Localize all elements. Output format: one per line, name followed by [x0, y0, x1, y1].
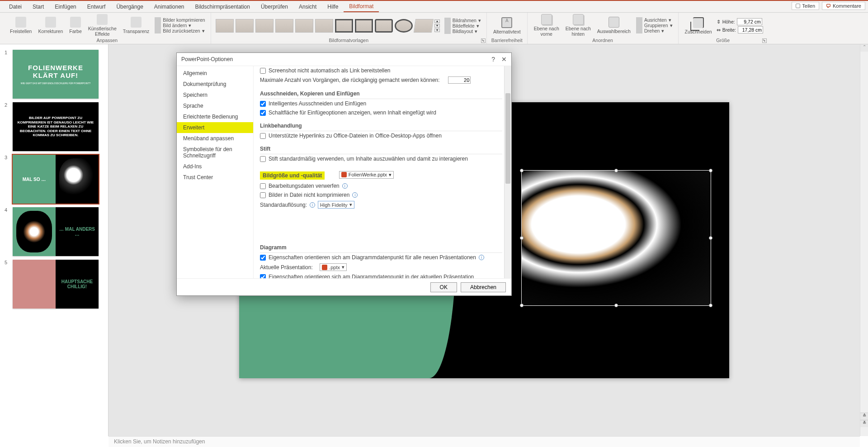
tab-bildschirm[interactable]: Bildschirmpräsentation [190, 2, 255, 12]
slide-thumb-1[interactable]: FOLIENWERKE KLÄRT AUF! WIE GEHT DAS MIT … [13, 50, 99, 99]
picture-effects-button[interactable]: Bildeffekte ▾ [443, 23, 482, 29]
style-thumb[interactable] [315, 19, 333, 33]
selection-pane-button[interactable]: Auswahlbereich [595, 16, 632, 35]
notes-pane[interactable]: Klicken Sie, um Notizen hinzuzufügen [108, 436, 860, 447]
no-compress-checkbox[interactable] [260, 192, 266, 198]
discard-edit-checkbox[interactable] [260, 183, 266, 189]
nav-trustcenter[interactable]: Trust Center [177, 172, 253, 183]
corrections-button[interactable]: Korrekturen [36, 16, 65, 35]
info-icon[interactable]: i [342, 183, 348, 189]
tab-uebergaenge[interactable]: Übergänge [111, 2, 148, 12]
info-icon[interactable]: i [479, 255, 484, 260]
resize-handle[interactable] [709, 236, 712, 240]
pen-checkbox[interactable] [260, 156, 266, 162]
slide-thumb-5[interactable]: HAUPTSACHE CHILLIG! [13, 260, 99, 309]
info-icon[interactable]: i [352, 192, 358, 198]
ok-button[interactable]: OK [430, 282, 457, 292]
style-thumb[interactable] [395, 19, 413, 33]
height-input[interactable] [737, 18, 762, 25]
align-button[interactable]: Ausrichten ▾ [635, 17, 674, 23]
slide-thumb-4[interactable]: … MAL ANDERS … [13, 207, 99, 256]
color-button[interactable]: Farbe [67, 16, 83, 35]
nav-sprache[interactable]: Sprache [177, 100, 253, 111]
slide-thumb-3[interactable]: MAL SO … [13, 155, 99, 204]
style-thumb[interactable] [255, 19, 274, 33]
nav-dokumentpruefung[interactable]: Dokumentprüfung [177, 79, 253, 90]
tab-ueberpruefen[interactable]: Überprüfen [255, 2, 293, 12]
nav-allgemein[interactable]: Allgemein [177, 68, 253, 79]
picture-layout-button[interactable]: Bildlayout ▾ [443, 29, 482, 34]
selected-picture[interactable] [521, 170, 711, 306]
slide-thumb-2[interactable]: BILDER AUF POWERPOINT ZU KOMPRIMIEREN IS… [13, 102, 99, 151]
next-slide[interactable]: ≚ [860, 420, 868, 427]
transparency-button[interactable]: Transparenz [121, 16, 151, 35]
style-thumb[interactable] [414, 19, 434, 33]
nav-menueband[interactable]: Menüband anpassen [177, 133, 253, 144]
help-icon[interactable]: ? [491, 56, 495, 63]
style-thumb[interactable] [375, 19, 393, 33]
reset-picture-button[interactable]: Bild zurücksetzen ▾ [154, 28, 206, 33]
rotate-button[interactable]: Drehen ▾ [635, 28, 674, 33]
style-thumb[interactable] [236, 19, 254, 33]
style-thumb[interactable] [335, 19, 353, 33]
resize-handle[interactable] [520, 304, 524, 307]
style-thumb[interactable] [355, 19, 373, 33]
alt-text-button[interactable]: Alternativtext [491, 16, 523, 35]
send-backward-button[interactable]: Ebene nach hinten [564, 13, 593, 38]
close-icon[interactable]: ✕ [501, 56, 507, 63]
tab-animationen[interactable]: Animationen [149, 2, 190, 12]
current-pres-combo[interactable]: .pptx ▾ [320, 263, 347, 271]
crop-button[interactable]: Zuschneiden [683, 16, 714, 35]
remove-background-button[interactable]: Freistellen [8, 16, 33, 35]
group-button[interactable]: Gruppieren ▾ [635, 23, 674, 28]
dialog-launcher-size[interactable]: ⬊ [762, 38, 767, 43]
width-input[interactable] [738, 26, 763, 33]
undo-spinner[interactable] [448, 76, 471, 84]
gallery-expand[interactable]: ▴▾▾ [434, 19, 441, 32]
screenshot-link-checkbox[interactable] [260, 68, 266, 74]
compress-pictures-button[interactable]: Bilder komprimieren [154, 17, 206, 23]
comments-button[interactable]: 🗩Kommentare [822, 2, 865, 10]
artistic-effects-button[interactable]: Künstlerische Effekte [86, 13, 118, 38]
picture-border-button[interactable]: Bildrahmen ▾ [443, 18, 482, 23]
style-thumb[interactable] [275, 19, 293, 33]
tab-ansicht[interactable]: Ansicht [293, 2, 322, 12]
smart-cut-checkbox[interactable] [260, 101, 266, 107]
bring-forward-button[interactable]: Ebene nach vorne [532, 13, 561, 38]
tab-einfuegen[interactable]: Einfügen [49, 2, 81, 12]
dialog-launcher-styles[interactable]: ⬊ [481, 38, 486, 43]
resize-handle[interactable] [614, 169, 618, 172]
resize-handle[interactable] [520, 169, 524, 172]
tab-bildformat[interactable]: Bildformat [344, 1, 379, 12]
prev-slide[interactable]: ≙ [860, 413, 868, 420]
scroll-up[interactable]: ⌃ [860, 44, 868, 52]
cancel-button[interactable]: Abbrechen [461, 282, 506, 292]
dialog-scrollbar[interactable] [504, 66, 511, 278]
info-icon[interactable]: i [310, 202, 315, 208]
resize-handle[interactable] [520, 236, 524, 240]
tab-entwurf[interactable]: Entwurf [82, 2, 111, 12]
resize-handle[interactable] [709, 304, 712, 307]
change-picture-button[interactable]: Bild ändern ▾ [154, 23, 206, 28]
scrollbar-thumb[interactable] [505, 93, 510, 184]
chart-prop2-checkbox[interactable] [260, 274, 266, 279]
resize-handle[interactable] [614, 304, 618, 307]
chart-prop1-checkbox[interactable] [260, 255, 266, 261]
vertical-scrollbar[interactable]: ⌃ ≙ ≚ [860, 44, 868, 436]
style-thumb[interactable] [216, 19, 234, 33]
share-button[interactable]: Teilen [792, 2, 819, 10]
nav-symbolleiste[interactable]: Symbolleiste für den Schnellzugriff [177, 144, 253, 161]
nav-erweitert[interactable]: Erweitert [177, 122, 253, 133]
style-thumb[interactable] [295, 19, 313, 33]
hyperlink-checkbox[interactable] [260, 133, 266, 139]
resize-handle[interactable] [709, 169, 712, 172]
nav-speichern[interactable]: Speichern [177, 90, 253, 100]
picture-styles-gallery[interactable]: ▴▾▾ [216, 19, 441, 33]
nav-erleichterte[interactable]: Erleichterte Bedienung [177, 111, 253, 122]
tab-datei[interactable]: Datei [4, 2, 27, 12]
resolution-combo[interactable]: High Fidelity ▾ [318, 201, 354, 209]
tab-start[interactable]: Start [27, 2, 49, 12]
paste-options-checkbox[interactable] [260, 110, 266, 116]
image-file-combo[interactable]: FolienWerke.pptx ▾ [339, 171, 394, 179]
nav-addins[interactable]: Add-Ins [177, 161, 253, 172]
